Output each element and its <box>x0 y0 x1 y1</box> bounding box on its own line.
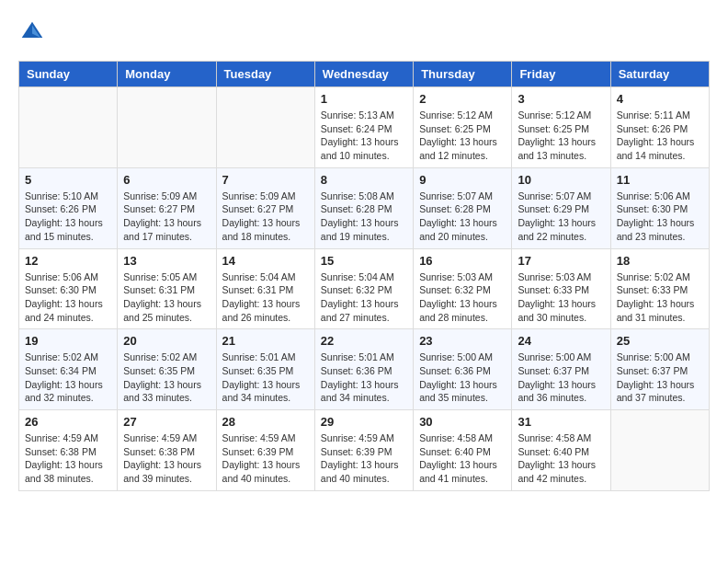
weekday-header-saturday: Saturday <box>610 62 709 87</box>
day-number: 22 <box>321 334 407 348</box>
day-info-text: Sunrise: 5:12 AM Sunset: 6:25 PM Dayligh… <box>419 109 506 163</box>
calendar-week-row: 12Sunrise: 5:06 AM Sunset: 6:30 PM Dayli… <box>19 248 710 329</box>
calendar-day-cell: 17Sunrise: 5:03 AM Sunset: 6:33 PM Dayli… <box>512 248 610 329</box>
day-info-text: Sunrise: 5:11 AM Sunset: 6:26 PM Dayligh… <box>617 109 703 163</box>
calendar-day-cell: 12Sunrise: 5:06 AM Sunset: 6:30 PM Dayli… <box>19 248 118 329</box>
calendar-day-cell: 20Sunrise: 5:02 AM Sunset: 6:35 PM Dayli… <box>118 329 216 410</box>
day-info-text: Sunrise: 5:00 AM Sunset: 6:36 PM Dayligh… <box>419 350 506 405</box>
calendar-day-cell <box>19 87 118 168</box>
calendar-day-cell: 4Sunrise: 5:11 AM Sunset: 6:26 PM Daylig… <box>610 87 709 168</box>
day-number: 2 <box>419 92 506 106</box>
day-info-text: Sunrise: 5:07 AM Sunset: 6:29 PM Dayligh… <box>518 190 604 244</box>
day-number: 3 <box>518 92 604 106</box>
calendar-day-cell: 22Sunrise: 5:01 AM Sunset: 6:36 PM Dayli… <box>314 329 413 410</box>
day-number: 29 <box>321 415 407 429</box>
day-number: 10 <box>518 173 604 187</box>
day-info-text: Sunrise: 5:03 AM Sunset: 6:33 PM Dayligh… <box>518 270 604 325</box>
calendar-day-cell <box>118 87 216 168</box>
calendar-day-cell: 23Sunrise: 5:00 AM Sunset: 6:36 PM Dayli… <box>414 329 512 410</box>
calendar-day-cell: 24Sunrise: 5:00 AM Sunset: 6:37 PM Dayli… <box>512 329 610 410</box>
day-info-text: Sunrise: 5:02 AM Sunset: 6:35 PM Dayligh… <box>123 350 210 405</box>
weekday-header-monday: Monday <box>118 62 216 87</box>
calendar-day-cell: 31Sunrise: 4:58 AM Sunset: 6:40 PM Dayli… <box>512 410 610 491</box>
day-info-text: Sunrise: 5:06 AM Sunset: 6:30 PM Dayligh… <box>617 190 703 244</box>
calendar-week-row: 19Sunrise: 5:02 AM Sunset: 6:34 PM Dayli… <box>19 329 710 410</box>
day-info-text: Sunrise: 5:10 AM Sunset: 6:26 PM Dayligh… <box>25 190 111 244</box>
calendar-day-cell: 7Sunrise: 5:09 AM Sunset: 6:27 PM Daylig… <box>216 167 314 248</box>
day-number: 24 <box>518 334 604 348</box>
calendar-day-cell: 13Sunrise: 5:05 AM Sunset: 6:31 PM Dayli… <box>118 248 216 329</box>
day-info-text: Sunrise: 5:00 AM Sunset: 6:37 PM Dayligh… <box>617 350 703 405</box>
day-info-text: Sunrise: 4:59 AM Sunset: 6:39 PM Dayligh… <box>321 431 407 486</box>
calendar-day-cell: 29Sunrise: 4:59 AM Sunset: 6:39 PM Dayli… <box>314 410 413 491</box>
day-info-text: Sunrise: 5:07 AM Sunset: 6:28 PM Dayligh… <box>419 190 506 244</box>
calendar-day-cell: 1Sunrise: 5:13 AM Sunset: 6:24 PM Daylig… <box>314 87 413 168</box>
calendar-day-cell: 15Sunrise: 5:04 AM Sunset: 6:32 PM Dayli… <box>314 248 413 329</box>
day-number: 19 <box>25 334 111 348</box>
day-number: 6 <box>123 173 210 187</box>
day-number: 23 <box>419 334 506 348</box>
day-info-text: Sunrise: 4:59 AM Sunset: 6:38 PM Dayligh… <box>123 431 210 486</box>
day-info-text: Sunrise: 5:02 AM Sunset: 6:34 PM Dayligh… <box>25 350 111 405</box>
calendar-day-cell: 28Sunrise: 4:59 AM Sunset: 6:39 PM Dayli… <box>216 410 314 491</box>
calendar-day-cell: 30Sunrise: 4:58 AM Sunset: 6:40 PM Dayli… <box>414 410 512 491</box>
day-number: 26 <box>25 415 111 429</box>
logo-icon <box>18 18 46 46</box>
day-info-text: Sunrise: 4:59 AM Sunset: 6:39 PM Dayligh… <box>222 431 309 486</box>
calendar-day-cell: 6Sunrise: 5:09 AM Sunset: 6:27 PM Daylig… <box>118 167 216 248</box>
day-info-text: Sunrise: 5:09 AM Sunset: 6:27 PM Dayligh… <box>123 190 210 244</box>
day-number: 30 <box>419 415 506 429</box>
weekday-header-wednesday: Wednesday <box>314 62 413 87</box>
day-info-text: Sunrise: 5:13 AM Sunset: 6:24 PM Dayligh… <box>321 109 407 163</box>
weekday-header-friday: Friday <box>512 62 610 87</box>
day-number: 4 <box>617 92 703 106</box>
calendar-day-cell: 11Sunrise: 5:06 AM Sunset: 6:30 PM Dayli… <box>610 167 709 248</box>
weekday-header-tuesday: Tuesday <box>216 62 314 87</box>
day-number: 13 <box>123 254 210 268</box>
day-number: 27 <box>123 415 210 429</box>
calendar-day-cell: 18Sunrise: 5:02 AM Sunset: 6:33 PM Dayli… <box>610 248 709 329</box>
day-info-text: Sunrise: 5:05 AM Sunset: 6:31 PM Dayligh… <box>123 270 210 325</box>
day-number: 28 <box>222 415 309 429</box>
page-header <box>18 18 710 46</box>
day-info-text: Sunrise: 5:04 AM Sunset: 6:31 PM Dayligh… <box>222 270 309 325</box>
calendar-day-cell: 10Sunrise: 5:07 AM Sunset: 6:29 PM Dayli… <box>512 167 610 248</box>
calendar-day-cell: 8Sunrise: 5:08 AM Sunset: 6:28 PM Daylig… <box>314 167 413 248</box>
day-info-text: Sunrise: 4:58 AM Sunset: 6:40 PM Dayligh… <box>518 431 604 486</box>
day-number: 11 <box>617 173 703 187</box>
day-number: 7 <box>222 173 309 187</box>
day-info-text: Sunrise: 5:06 AM Sunset: 6:30 PM Dayligh… <box>25 270 111 325</box>
calendar-week-row: 5Sunrise: 5:10 AM Sunset: 6:26 PM Daylig… <box>19 167 710 248</box>
day-info-text: Sunrise: 4:58 AM Sunset: 6:40 PM Dayligh… <box>419 431 506 486</box>
day-info-text: Sunrise: 5:04 AM Sunset: 6:32 PM Dayligh… <box>321 270 407 325</box>
calendar-day-cell: 5Sunrise: 5:10 AM Sunset: 6:26 PM Daylig… <box>19 167 118 248</box>
day-info-text: Sunrise: 5:03 AM Sunset: 6:32 PM Dayligh… <box>419 270 506 325</box>
calendar-day-cell <box>216 87 314 168</box>
logo <box>18 18 50 46</box>
day-number: 1 <box>321 92 407 106</box>
weekday-header-sunday: Sunday <box>19 62 118 87</box>
calendar-day-cell: 2Sunrise: 5:12 AM Sunset: 6:25 PM Daylig… <box>414 87 512 168</box>
day-number: 20 <box>123 334 210 348</box>
calendar-table: SundayMondayTuesdayWednesdayThursdayFrid… <box>18 61 710 491</box>
day-info-text: Sunrise: 5:09 AM Sunset: 6:27 PM Dayligh… <box>222 190 309 244</box>
day-number: 12 <box>25 254 111 268</box>
weekday-header-row: SundayMondayTuesdayWednesdayThursdayFrid… <box>19 62 710 87</box>
day-number: 31 <box>518 415 604 429</box>
weekday-header-thursday: Thursday <box>414 62 512 87</box>
day-number: 25 <box>617 334 703 348</box>
day-info-text: Sunrise: 5:01 AM Sunset: 6:35 PM Dayligh… <box>222 350 309 405</box>
calendar-day-cell: 21Sunrise: 5:01 AM Sunset: 6:35 PM Dayli… <box>216 329 314 410</box>
day-info-text: Sunrise: 5:00 AM Sunset: 6:37 PM Dayligh… <box>518 350 604 405</box>
day-info-text: Sunrise: 5:12 AM Sunset: 6:25 PM Dayligh… <box>518 109 604 163</box>
calendar-day-cell: 26Sunrise: 4:59 AM Sunset: 6:38 PM Dayli… <box>19 410 118 491</box>
day-number: 17 <box>518 254 604 268</box>
day-number: 18 <box>617 254 703 268</box>
day-info-text: Sunrise: 5:02 AM Sunset: 6:33 PM Dayligh… <box>617 270 703 325</box>
calendar-day-cell: 19Sunrise: 5:02 AM Sunset: 6:34 PM Dayli… <box>19 329 118 410</box>
day-number: 16 <box>419 254 506 268</box>
day-number: 15 <box>321 254 407 268</box>
calendar-week-row: 26Sunrise: 4:59 AM Sunset: 6:38 PM Dayli… <box>19 410 710 491</box>
calendar-day-cell: 14Sunrise: 5:04 AM Sunset: 6:31 PM Dayli… <box>216 248 314 329</box>
day-number: 5 <box>25 173 111 187</box>
